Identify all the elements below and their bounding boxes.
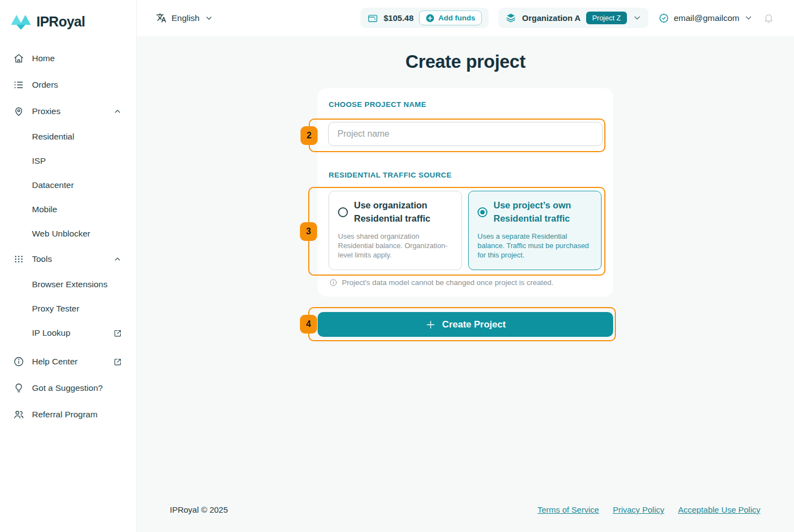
organization-name: Organization A — [522, 13, 581, 23]
sidebar-item-label: Orders — [32, 80, 58, 90]
create-project-label: Create Project — [442, 319, 506, 330]
external-link-icon — [113, 329, 122, 337]
footer-copyright: IPRoyal © 2025 — [170, 505, 228, 514]
create-project-button[interactable]: Create Project — [318, 312, 613, 337]
sidebar-nav: Home Orders Proxies — [0, 45, 136, 428]
annotation-badge-step4: 4 — [300, 315, 317, 334]
option-title: Use organization Residential traffic — [354, 199, 453, 225]
sidebar-item-label: Proxies — [32, 106, 61, 116]
sidebar-item-orders[interactable]: Orders — [0, 72, 136, 98]
sidebar-item-datacenter[interactable]: Datacenter — [0, 173, 136, 197]
sidebar-item-residential[interactable]: Residential — [0, 125, 136, 149]
annotation-badge-step3: 3 — [300, 222, 317, 241]
brand-name: IPRoyal — [36, 14, 85, 30]
sidebar-item-label: Mobile — [32, 205, 57, 214]
note-text: Project's data model cannot be changed o… — [342, 278, 554, 287]
verified-badge-icon — [658, 13, 669, 24]
option-description: Uses a separate Residential balance. Tra… — [478, 232, 592, 260]
sidebar-item-label: Residential — [32, 132, 74, 142]
sidebar-item-label: Got a Suggestion? — [32, 383, 103, 393]
sidebar: IPRoyal Home Orders — [0, 0, 137, 532]
sidebar-item-home[interactable]: Home — [0, 45, 136, 72]
plus-icon — [425, 319, 436, 330]
sidebar-item-mobile[interactable]: Mobile — [0, 197, 136, 222]
footer-link-terms[interactable]: Terms of Service — [538, 505, 599, 514]
language-selector[interactable]: English — [156, 13, 213, 23]
page-title: Create project — [137, 51, 794, 72]
option-organization-traffic[interactable]: Use organization Residential traffic Use… — [329, 191, 462, 270]
wallet-pill: $105.48 Add funds — [361, 8, 489, 28]
lightbulb-icon — [13, 383, 24, 394]
sidebar-item-ip-lookup[interactable]: IP Lookup — [0, 321, 136, 345]
traffic-source-section-label: RESIDENTIAL TRAFFIC SOURCE — [329, 171, 452, 179]
sidebar-item-browser-extensions[interactable]: Browser Extensions — [0, 272, 136, 297]
sidebar-item-isp[interactable]: ISP — [0, 149, 136, 173]
orders-list-icon — [13, 79, 24, 90]
sidebar-item-label: Datacenter — [32, 180, 74, 190]
plus-circle-icon — [426, 14, 434, 23]
sidebar-item-label: ISP — [32, 156, 46, 166]
sidebar-item-label: Tools — [32, 254, 52, 264]
topbar: English $105.48 Add — [137, 0, 794, 36]
option-project-own-traffic[interactable]: Use project’s own Residential traffic Us… — [468, 191, 602, 270]
chevron-down-icon — [205, 14, 213, 23]
info-circle-icon — [13, 356, 24, 367]
sidebar-item-web-unblocker[interactable]: Web Unblocker — [0, 222, 136, 246]
project-badge: Project Z — [586, 12, 627, 24]
sidebar-item-label: IP Lookup — [32, 328, 71, 338]
chevron-up-icon — [113, 107, 122, 116]
iproyal-crown-icon — [11, 13, 31, 30]
sidebar-item-label: Help Center — [32, 357, 78, 367]
footer-links: Terms of Service Privacy Policy Acceptab… — [538, 505, 760, 514]
radio-selected[interactable] — [478, 207, 487, 217]
account-menu[interactable]: email@gmailcom — [658, 13, 753, 24]
create-project-card: CHOOSE PROJECT NAME RESIDENTIAL TRAFFIC … — [318, 88, 613, 297]
wallet-icon — [367, 13, 378, 24]
sidebar-item-help-center[interactable]: Help Center — [0, 348, 136, 375]
chevron-down-icon — [744, 13, 753, 23]
info-icon — [329, 278, 337, 287]
option-title: Use project’s own Residential traffic — [493, 199, 592, 225]
account-email: email@gmailcom — [674, 13, 739, 23]
sidebar-item-tools[interactable]: Tools — [0, 246, 136, 272]
sidebar-item-suggestion[interactable]: Got a Suggestion? — [0, 375, 136, 401]
sidebar-item-label: Web Unblocker — [32, 229, 90, 239]
location-pin-icon — [13, 106, 24, 117]
option-description: Uses shared organization Residential bal… — [338, 232, 453, 260]
radio-unselected[interactable] — [338, 207, 348, 217]
sidebar-item-label: Home — [32, 53, 55, 63]
balance-amount: $105.48 — [384, 13, 414, 23]
grid-dots-icon — [13, 254, 24, 265]
footer-link-privacy[interactable]: Privacy Policy — [613, 505, 664, 514]
footer-link-aup[interactable]: Acceptable Use Policy — [678, 505, 760, 514]
sidebar-item-label: Browser Extensions — [32, 280, 108, 289]
annotation-badge-step2: 2 — [301, 126, 318, 145]
data-model-note: Project's data model cannot be changed o… — [329, 278, 554, 287]
language-label: English — [171, 13, 200, 23]
layers-icon — [505, 12, 517, 24]
notification-bell-icon[interactable] — [763, 13, 774, 24]
organization-selector[interactable]: Organization A Project Z — [498, 8, 648, 28]
sidebar-item-referral[interactable]: Referral Program — [0, 401, 136, 428]
brand-logo[interactable]: IPRoyal — [0, 0, 136, 30]
people-icon — [13, 409, 24, 420]
add-funds-button[interactable]: Add funds — [419, 10, 482, 25]
traffic-source-options: Use organization Residential traffic Use… — [329, 191, 602, 270]
add-funds-label: Add funds — [438, 14, 475, 22]
translate-icon — [156, 13, 167, 23]
external-link-icon — [113, 357, 122, 366]
sidebar-item-proxy-tester[interactable]: Proxy Tester — [0, 297, 136, 321]
chevron-up-icon — [113, 255, 122, 264]
sidebar-item-label: Proxy Tester — [32, 304, 79, 314]
home-icon — [13, 53, 24, 64]
chevron-down-icon — [632, 13, 642, 23]
project-name-input[interactable] — [328, 122, 603, 146]
sidebar-item-label: Referral Program — [32, 410, 98, 420]
sidebar-item-proxies[interactable]: Proxies — [0, 98, 136, 125]
main-content: Create project CHOOSE PROJECT NAME RESID… — [137, 36, 794, 532]
project-name-section-label: CHOOSE PROJECT NAME — [329, 100, 426, 109]
